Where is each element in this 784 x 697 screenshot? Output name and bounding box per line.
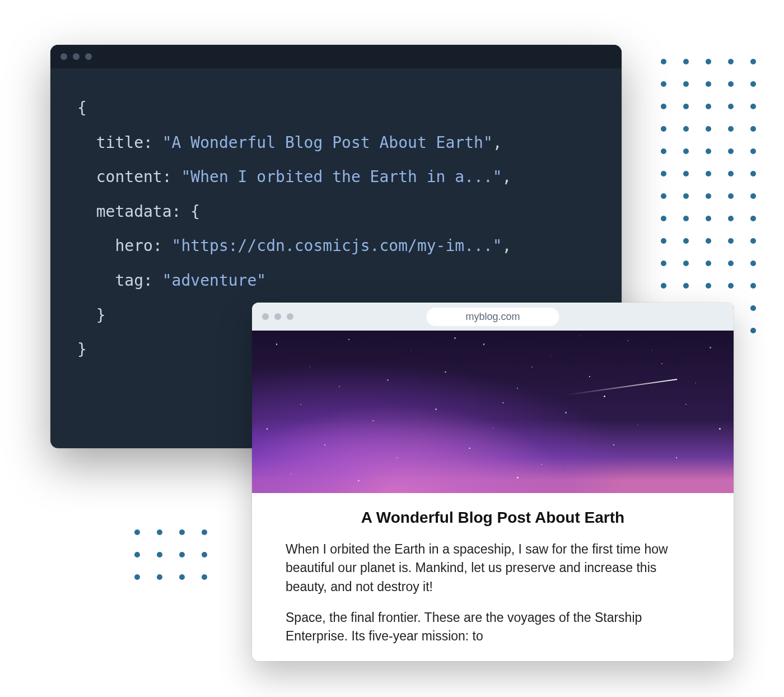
code-key-metadata: metadata [96,202,172,221]
traffic-light-zoom-icon[interactable] [85,53,92,60]
address-bar-url: myblog.com [465,311,520,322]
code-value-hero: "https://cdn.cosmicjs.com/my-im..." [172,236,502,255]
blog-content: A Wonderful Blog Post About Earth When I… [252,493,734,658]
hero-image [252,331,734,493]
code-value-content: "When I orbited the Earth in a..." [181,168,502,186]
blog-paragraph: Space, the final frontier. These are the… [286,608,700,646]
code-key-tag: tag [115,271,143,290]
code-key-content: content [96,168,162,186]
blog-paragraph: When I orbited the Earth in a spaceship,… [286,540,700,596]
code-key-title: title [96,133,143,152]
code-brace: } [96,306,106,324]
code-window-titlebar [50,45,622,68]
decorative-dots-bottom-left [134,529,207,580]
code-value-tag: "adventure" [162,271,266,290]
starfield [252,331,734,493]
browser-titlebar: myblog.com [252,303,734,331]
code-brace: } [77,340,87,359]
address-bar[interactable]: myblog.com [426,308,559,326]
traffic-light-minimize-icon[interactable] [73,53,80,60]
decorative-dots-top-right [661,59,756,333]
code-brace: { [77,99,87,117]
code-brace: { [190,202,200,221]
blog-title: A Wonderful Blog Post About Earth [286,509,700,527]
code-value-title: "A Wonderful Blog Post About Earth" [162,133,493,152]
code-key-hero: hero [115,236,152,255]
traffic-light-zoom-icon[interactable] [287,313,293,320]
traffic-light-minimize-icon[interactable] [274,313,281,320]
traffic-light-close-icon[interactable] [262,313,269,320]
traffic-light-close-icon[interactable] [60,53,67,60]
browser-preview-window: myblog.com A Wonderful Blog Post About E… [252,303,734,661]
